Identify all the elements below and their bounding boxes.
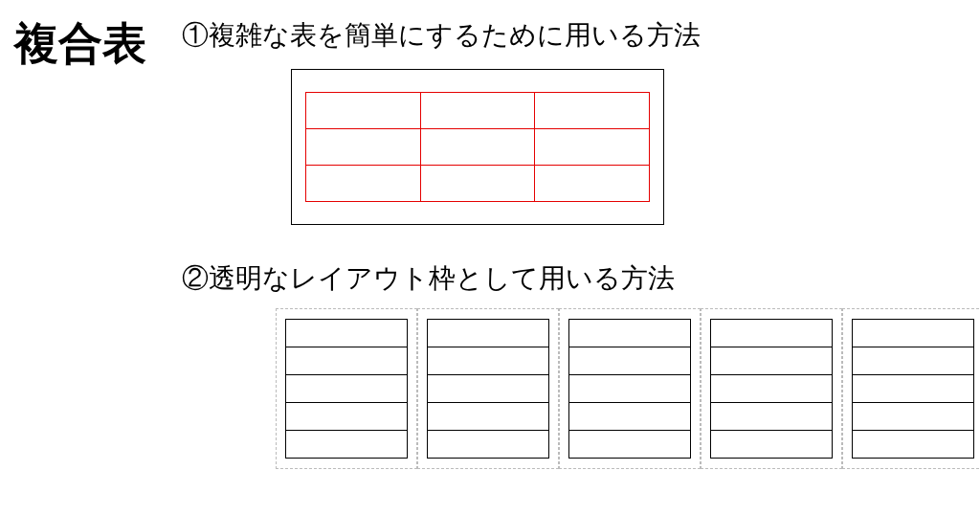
layout-frame-container (276, 308, 980, 469)
table-row (428, 347, 549, 375)
table-cell (535, 129, 650, 166)
table-cell (569, 403, 691, 431)
table-cell (428, 320, 549, 347)
table-row (306, 166, 650, 202)
dashed-layout-frame (701, 308, 842, 469)
table-row (711, 347, 833, 375)
small-table (568, 319, 691, 459)
table-cell (306, 129, 421, 166)
table-row (286, 320, 408, 347)
table-cell (428, 403, 549, 431)
table-row (711, 375, 833, 403)
table-cell (428, 347, 549, 375)
dashed-layout-frame (417, 308, 559, 469)
table-cell (535, 166, 650, 202)
table-row (306, 93, 650, 129)
table-cell (306, 93, 421, 129)
table-row (853, 403, 974, 431)
table-cell (853, 375, 974, 403)
table-cell (286, 347, 408, 375)
dashed-layout-frame (559, 308, 701, 469)
table-row (853, 320, 974, 347)
table-cell (306, 166, 421, 202)
table-row (286, 431, 408, 459)
table-cell (420, 129, 535, 166)
small-table (852, 319, 974, 459)
table-cell (428, 431, 549, 459)
section2-heading: ②透明なレイアウト枠として用いる方法 (182, 260, 675, 297)
table-cell (853, 431, 974, 459)
table-row (428, 431, 549, 459)
dashed-layout-frame (842, 308, 980, 469)
table-row (853, 431, 974, 459)
table-row (569, 375, 691, 403)
table-row (569, 431, 691, 459)
table-row (711, 403, 833, 431)
table-cell (569, 347, 691, 375)
table-cell (420, 166, 535, 202)
table-cell (569, 320, 691, 347)
table-cell (569, 375, 691, 403)
table-cell (711, 347, 833, 375)
table-cell (711, 403, 833, 431)
table-row (711, 431, 833, 459)
table-row (853, 375, 974, 403)
inner-red-table (305, 92, 650, 202)
table-row (286, 347, 408, 375)
small-table (285, 319, 408, 459)
table-row (428, 403, 549, 431)
dashed-layout-frame (276, 308, 417, 469)
table-cell (286, 320, 408, 347)
section1-heading: ①複雑な表を簡単にするために用いる方法 (182, 17, 701, 54)
table-row (569, 320, 691, 347)
table-row (711, 320, 833, 347)
table-row (286, 403, 408, 431)
table-cell (286, 431, 408, 459)
table-row (286, 375, 408, 403)
table-cell (535, 93, 650, 129)
table-cell (286, 375, 408, 403)
table-row (569, 347, 691, 375)
table-cell (569, 431, 691, 459)
table-cell (428, 375, 549, 403)
table-cell (853, 347, 974, 375)
table-cell (420, 93, 535, 129)
page-title: 複合表 (14, 14, 146, 74)
table-cell (711, 431, 833, 459)
table-cell (711, 320, 833, 347)
small-table (427, 319, 549, 459)
table-cell (853, 320, 974, 347)
table-row (569, 403, 691, 431)
table-cell (711, 375, 833, 403)
table-cell (853, 403, 974, 431)
table-cell (286, 403, 408, 431)
table-row (428, 320, 549, 347)
table-row (428, 375, 549, 403)
outer-table-frame (291, 69, 664, 225)
table-row (306, 129, 650, 166)
table-row (853, 347, 974, 375)
small-table (710, 319, 833, 459)
